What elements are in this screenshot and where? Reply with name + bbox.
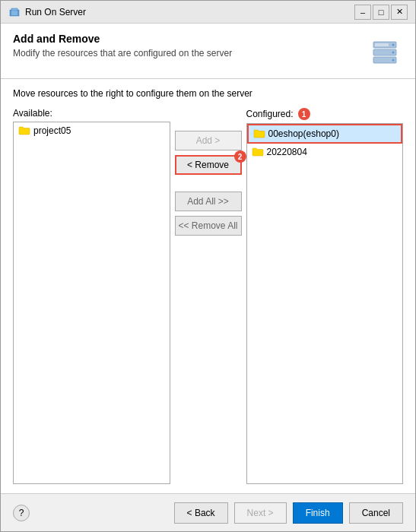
close-button[interactable]: ✕	[391, 5, 408, 20]
folder-icon	[253, 128, 265, 140]
server-icon	[367, 33, 403, 69]
content-area: Move resources to the right to configure…	[1, 79, 415, 493]
maximize-button[interactable]: □	[373, 5, 389, 20]
window: Run On Server – □ ✕ Add and Remove Modif…	[0, 0, 416, 532]
svg-point-8	[392, 44, 395, 46]
header-section: Add and Remove Modify the resources that…	[1, 24, 415, 79]
add-button[interactable]: Add >	[175, 131, 242, 150]
header-title: Add and Remove	[13, 33, 367, 45]
list-item[interactable]: 00eshop(eshop0)	[247, 124, 403, 144]
minimize-button[interactable]: –	[354, 5, 371, 20]
configured-list[interactable]: 00eshop(eshop0) 20220804	[246, 123, 404, 484]
svg-point-9	[392, 52, 395, 54]
header-subtitle: Modify the resources that are configured…	[13, 48, 367, 59]
finish-button[interactable]: Finish	[293, 502, 343, 524]
panels-container: Available: project05 Add > < Remove2	[13, 108, 403, 484]
window-icon	[8, 6, 21, 18]
svg-rect-11	[375, 43, 389, 46]
configured-label: Configured:	[246, 109, 294, 119]
add-all-button[interactable]: Add All >>	[175, 192, 242, 211]
folder-icon	[252, 146, 264, 158]
available-list[interactable]: project05	[13, 122, 170, 484]
svg-rect-1	[11, 8, 17, 11]
folder-icon	[18, 125, 30, 137]
available-label: Available:	[13, 108, 170, 119]
instruction-text: Move resources to the right to configure…	[13, 88, 403, 99]
svg-point-10	[392, 59, 395, 62]
back-button[interactable]: < Back	[174, 502, 228, 524]
available-item-label: project05	[33, 125, 71, 136]
next-button[interactable]: Next >	[234, 502, 287, 524]
remove-all-button[interactable]: << Remove All	[175, 216, 242, 236]
configured-badge: 1	[298, 108, 310, 120]
configured-panel: Configured: 1 00eshop(eshop0)	[246, 108, 404, 484]
available-panel: Available: project05	[13, 108, 170, 484]
remove-button[interactable]: < Remove2	[175, 155, 242, 175]
help-button[interactable]: ?	[13, 505, 30, 521]
configured-item-0-label: 00eshop(eshop0)	[268, 128, 339, 139]
title-bar: Run On Server – □ ✕	[1, 1, 415, 24]
footer-section: ? < Back Next > Finish Cancel	[1, 493, 415, 531]
window-title: Run On Server	[25, 7, 86, 17]
middle-buttons: Add > < Remove2 Add All >> << Remove All	[170, 108, 246, 484]
cancel-button[interactable]: Cancel	[349, 502, 403, 524]
list-item[interactable]: 20220804	[247, 144, 403, 160]
configured-item-1-label: 20220804	[267, 147, 307, 157]
list-item[interactable]: project05	[14, 122, 170, 139]
